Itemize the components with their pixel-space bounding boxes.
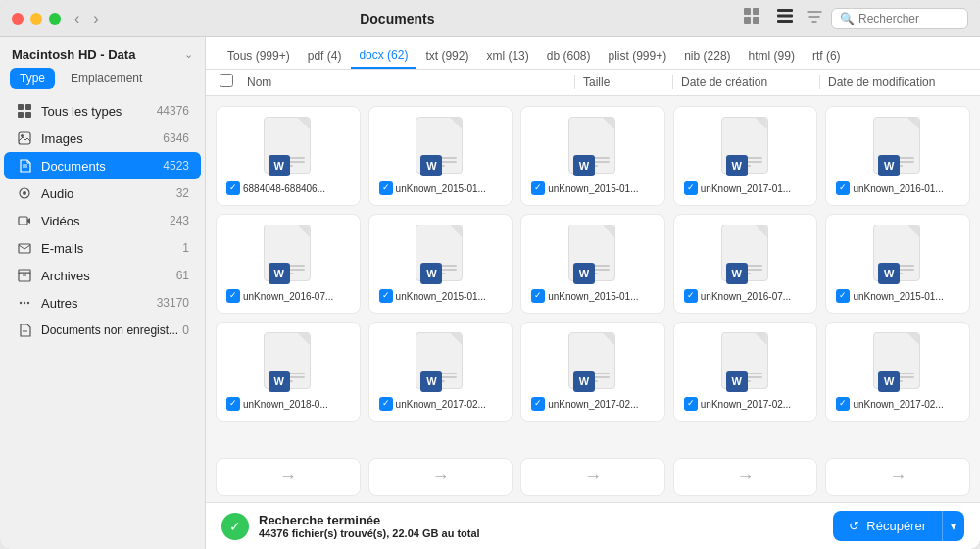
file-item[interactable]: W unKnown_2015-01... — [368, 106, 514, 206]
tab-emplacement[interactable]: Emplacement — [61, 68, 152, 89]
file-name: unKnown_2016-07... — [226, 289, 350, 303]
file-icon: W — [568, 332, 617, 391]
status-subtitle: 44376 fichier(s) trouvé(s), 22.04 GB au … — [259, 527, 833, 539]
file-name: unKnown_2015-01... — [836, 289, 959, 303]
tab-html[interactable]: html (99) — [741, 43, 803, 69]
tab-nib[interactable]: nib (228) — [676, 43, 738, 69]
tab-tous[interactable]: Tous (999+) — [220, 43, 298, 69]
drive-chevron-icon[interactable]: ⌄ — [184, 48, 193, 61]
file-name: unKnown_2015-01... — [531, 289, 655, 303]
svg-rect-9 — [18, 112, 24, 118]
file-check-icon — [684, 397, 698, 411]
file-item[interactable]: W unKnown_2015-01... — [520, 106, 665, 206]
sidebar-item-archives[interactable]: Archives 61 — [4, 262, 201, 289]
svg-rect-8 — [25, 104, 31, 110]
file-item[interactable]: W unKnown_2016-07... — [216, 214, 361, 314]
file-icon: W — [873, 225, 922, 283]
tab-txt[interactable]: txt (992) — [417, 43, 476, 69]
grid-view-button[interactable] — [739, 5, 764, 31]
load-more-arrow[interactable]: → — [368, 458, 514, 496]
file-item[interactable]: W unKnown_2015-01... — [520, 214, 665, 314]
file-item[interactable]: W unKnown_2017-01... — [673, 106, 818, 206]
word-badge: W — [420, 371, 442, 392]
sidebar-item-unsaved[interactable]: Documents non enregist... 0 — [4, 317, 201, 344]
load-more-arrow[interactable]: → — [825, 458, 970, 496]
filter-button[interactable] — [806, 8, 823, 29]
recover-button[interactable]: ↺ Récupérer — [833, 511, 942, 541]
tab-db[interactable]: db (608) — [539, 43, 599, 69]
status-title: Recherche terminée — [259, 513, 833, 527]
tab-plist[interactable]: plist (999+) — [600, 43, 674, 69]
file-check-icon — [226, 181, 240, 195]
word-badge: W — [269, 263, 290, 284]
file-item[interactable]: W unKnown_2017-02... — [673, 322, 818, 422]
svg-point-24 — [27, 302, 29, 304]
status-count: 44376 — [259, 527, 289, 539]
file-icon: W — [264, 225, 313, 283]
word-badge: W — [269, 155, 290, 176]
file-name: unKnown_2016-07... — [684, 289, 808, 303]
search-icon: 🔍 — [840, 12, 855, 25]
close-button[interactable] — [12, 13, 24, 25]
file-name: unKnown_2015-01... — [531, 181, 655, 195]
sidebar-item-emails[interactable]: E-mails 1 — [4, 234, 201, 262]
file-item[interactable]: W unKnown_2016-07... — [673, 214, 818, 314]
col-modified-header: Date de modification — [819, 75, 966, 89]
file-icon: W — [873, 117, 922, 175]
list-view-button[interactable] — [772, 5, 798, 31]
file-item[interactable]: W 6884048-688406... — [216, 106, 361, 206]
minimize-button[interactable] — [30, 13, 42, 25]
sidebar-item-videos[interactable]: Vidéos 243 — [4, 207, 201, 234]
word-badge: W — [420, 263, 442, 284]
recover-group: ↺ Récupérer ▾ — [833, 511, 964, 541]
bottom-row: →→→→→ — [206, 454, 980, 502]
svg-rect-4 — [777, 9, 793, 12]
file-check-icon — [836, 397, 850, 411]
main-layout: Macintosh HD - Data ⌄ Type Emplacement T… — [0, 37, 980, 549]
sidebar-item-all-types[interactable]: Tous les types 44376 — [4, 97, 201, 125]
sidebar-item-documents[interactable]: Documents 4523 — [4, 152, 201, 179]
file-check-icon — [379, 181, 393, 195]
status-subtitle-prefix: fichier(s) trouvé(s), — [292, 527, 390, 539]
svg-point-22 — [20, 302, 22, 304]
file-name: unKnown_2015-01... — [379, 289, 503, 303]
tab-rtf[interactable]: rtf (6) — [805, 43, 849, 69]
tab-type[interactable]: Type — [10, 68, 55, 89]
load-more-arrow[interactable]: → — [673, 458, 818, 496]
search-input[interactable] — [858, 12, 959, 25]
file-item[interactable]: W unKnown_2015-01... — [825, 214, 970, 314]
col-name-header: Nom — [243, 75, 574, 89]
status-subtitle-suffix: au total — [442, 527, 480, 539]
file-check-icon — [531, 181, 545, 195]
sidebar-item-audio[interactable]: Audio 32 — [4, 179, 201, 207]
sidebar-items: Tous les types 44376 Images 6346 — [0, 95, 205, 549]
file-item[interactable]: W unKnown_2015-01... — [368, 214, 514, 314]
file-item[interactable]: W unKnown_2017-02... — [368, 322, 514, 422]
file-item[interactable]: W unKnown_2017-02... — [825, 322, 970, 422]
load-more-arrow[interactable]: → — [216, 458, 361, 496]
tab-xml[interactable]: xml (13) — [478, 43, 536, 69]
file-check-icon — [531, 289, 545, 303]
word-badge: W — [878, 371, 900, 392]
status-icon: ✓ — [221, 513, 249, 540]
sidebar-item-images[interactable]: Images 6346 — [4, 125, 201, 152]
file-item[interactable]: W unKnown_2018-0... — [216, 322, 361, 422]
file-icon: W — [721, 225, 770, 283]
select-all-checkbox[interactable] — [220, 74, 233, 87]
window-title: Documents — [56, 11, 739, 26]
sidebar-item-others[interactable]: Autres 33170 — [4, 289, 201, 317]
tab-docx[interactable]: docx (62) — [351, 43, 416, 69]
recover-chevron-button[interactable]: ▾ — [942, 511, 964, 541]
file-name: unKnown_2015-01... — [379, 181, 503, 195]
load-more-arrow[interactable]: → — [520, 458, 665, 496]
status-text: Recherche terminée 44376 fichier(s) trou… — [259, 513, 833, 539]
file-check-icon — [684, 181, 698, 195]
file-item[interactable]: W unKnown_2016-01... — [825, 106, 970, 206]
file-name: 6884048-688406... — [226, 181, 350, 195]
file-item[interactable]: W unKnown_2017-02... — [520, 322, 665, 422]
file-check-icon — [379, 397, 393, 411]
file-check-icon — [379, 289, 393, 303]
tab-pdf[interactable]: pdf (4) — [300, 43, 350, 69]
col-size-header: Taille — [574, 75, 672, 89]
drive-label: Macintosh HD - Data — [12, 47, 135, 62]
